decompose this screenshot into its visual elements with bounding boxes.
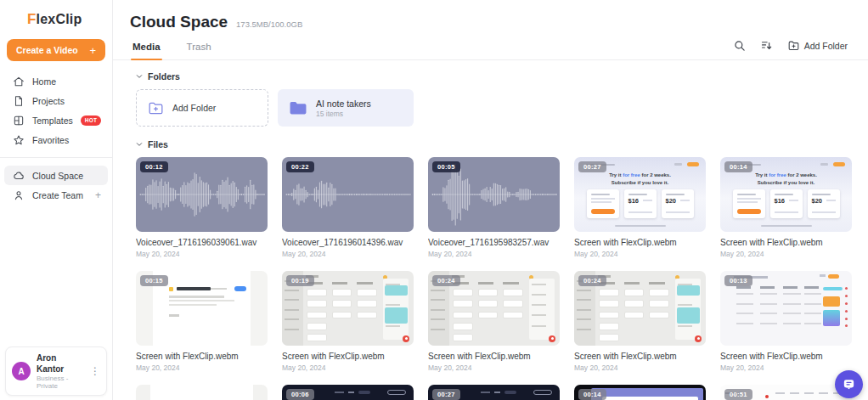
file-duration-badge: 00:27 xyxy=(578,161,606,172)
file-name: Screen with FlexClip.webm xyxy=(574,352,706,361)
file-card[interactable]: 00:51 xyxy=(720,385,852,400)
sidebar-workspace-nav: Cloud Space Create Team + xyxy=(0,166,112,205)
file-date: May 20, 2024 xyxy=(720,363,852,372)
storage-usage: 173.5MB/100.0GB xyxy=(236,20,302,29)
folder-plus-icon xyxy=(148,101,164,115)
file-card[interactable] xyxy=(136,385,268,400)
folder-texts: AI note takers 15 items xyxy=(316,98,371,118)
file-card[interactable]: 00:27 BasicProEnterprise xyxy=(428,385,560,400)
tab-trash[interactable]: Trash xyxy=(185,35,213,59)
file-thumbnail: 00:15 xyxy=(136,271,268,346)
add-folder-icon xyxy=(787,39,800,52)
sidebar-item-favorites[interactable]: Favorites xyxy=(4,130,108,149)
create-video-label: Create a Video xyxy=(16,45,78,55)
sidebar-item-cloud-space[interactable]: Cloud Space xyxy=(4,166,108,185)
flexclip-logo[interactable]: FlexClip xyxy=(0,0,112,37)
add-folder-card-label: Add Folder xyxy=(172,103,216,113)
toolbar-actions: Add Folder xyxy=(733,39,848,59)
file-duration-badge: 00:24 xyxy=(578,275,606,286)
file-thumbnail: 00:14 Try it for free for 2 weeks.Subscr… xyxy=(720,157,852,232)
file-duration-badge: 00:05 xyxy=(432,161,460,172)
file-thumbnail: 00:06 BasicProEnterprise xyxy=(282,385,414,400)
logo-rest: lexClip xyxy=(37,12,82,26)
search-icon[interactable] xyxy=(733,39,746,52)
file-duration-badge: 00:14 xyxy=(578,389,606,400)
hot-badge: HOT xyxy=(81,115,101,126)
folders-section-toggle[interactable]: Folders xyxy=(136,71,852,82)
file-thumbnail: 00:12 xyxy=(136,157,268,232)
flexclip-app: FlexClip Create a Video + Home Projects … xyxy=(0,0,868,400)
user-menu-icon[interactable]: ⋮ xyxy=(90,365,100,377)
file-card[interactable]: 00:24 Screen with FlexClip.webm May 20, … xyxy=(574,271,706,372)
page-header: Cloud Space 173.5MB/100.0GB xyxy=(113,0,868,31)
main-content: Cloud Space 173.5MB/100.0GB Media Trash … xyxy=(113,0,868,400)
folder-card-ai-note-takers[interactable]: AI note takers 15 items xyxy=(278,89,414,127)
user-plan: Business - Private xyxy=(37,375,84,390)
file-thumbnail: 00:51 xyxy=(720,385,852,400)
file-duration-badge: 00:51 xyxy=(724,389,752,400)
tab-bar: Media Trash Add Folder xyxy=(113,35,868,60)
file-name: Screen with FlexClip.webm xyxy=(720,352,852,361)
sidebar-nav: Home Projects Templates HOT Favorites xyxy=(0,71,112,149)
files-section-label: Files xyxy=(148,139,168,149)
file-duration-badge: 00:19 xyxy=(286,275,314,286)
sort-icon[interactable] xyxy=(760,39,773,52)
user-profile-card[interactable]: A Aron Kantor Business - Private ⋮ xyxy=(5,346,107,396)
file-card[interactable]: 00:27 Try it for free for 2 weeks.Subscr… xyxy=(574,157,706,258)
file-card[interactable]: 00:22 Voiceover_1716196014396.wav May 20… xyxy=(282,157,414,258)
file-date: May 20, 2024 xyxy=(428,363,560,372)
sidebar: FlexClip Create a Video + Home Projects … xyxy=(0,0,113,400)
file-card[interactable]: 00:15 Screen with FlexClip.webm May 20, … xyxy=(136,271,268,372)
add-team-icon[interactable]: + xyxy=(95,189,101,201)
file-name: Screen with FlexClip.webm xyxy=(574,238,706,247)
folder-name: AI note takers xyxy=(316,98,371,110)
file-card[interactable]: 00:06 BasicProEnterprise xyxy=(282,385,414,400)
file-thumbnail: 00:05 xyxy=(428,157,560,232)
add-folder-label: Add Folder xyxy=(804,41,848,51)
plus-icon: + xyxy=(89,44,96,57)
file-card[interactable]: 00:05 Voiceover_1716195983257.wav May 20… xyxy=(428,157,560,258)
file-card[interactable]: 00:12 Voiceover_1716196039061.wav May 20… xyxy=(136,157,268,258)
file-thumbnail: 00:13 xyxy=(720,271,852,346)
file-duration-badge: 00:22 xyxy=(286,161,314,172)
document-icon xyxy=(13,95,25,107)
sidebar-item-projects[interactable]: Projects xyxy=(4,91,108,110)
sidebar-item-templates[interactable]: Templates HOT xyxy=(4,110,108,130)
tab-media[interactable]: Media xyxy=(131,35,162,59)
sidebar-divider xyxy=(0,157,112,158)
file-thumbnail: 00:24 xyxy=(574,271,706,346)
file-thumbnail: 00:27 Try it for free for 2 weeks.Subscr… xyxy=(574,157,706,232)
file-card[interactable]: 00:14 August 2023 xyxy=(574,385,706,400)
create-video-button[interactable]: Create a Video + xyxy=(7,39,105,61)
cloud-icon xyxy=(13,170,25,182)
file-card[interactable]: 00:24 Screen with FlexClip.webm May 20, … xyxy=(428,271,560,372)
file-thumbnail: 00:19 xyxy=(282,271,414,346)
file-card[interactable]: 00:14 Try it for free for 2 weeks.Subscr… xyxy=(720,157,852,258)
file-date: May 20, 2024 xyxy=(574,363,706,372)
files-grid: 00:12 Voiceover_1716196039061.wav May 20… xyxy=(136,157,852,400)
sidebar-item-label: Templates xyxy=(32,115,73,126)
file-duration-badge: 00:13 xyxy=(724,275,752,286)
page-title: Cloud Space xyxy=(130,13,228,31)
file-duration-badge: 00:15 xyxy=(140,275,168,286)
avatar: A xyxy=(12,362,31,380)
add-folder-button[interactable]: Add Folder xyxy=(787,39,848,52)
sidebar-item-label: Home xyxy=(32,76,56,87)
file-duration-badge: 00:27 xyxy=(432,389,460,400)
file-duration-badge: 00:24 xyxy=(432,275,460,286)
cloud-space-content: Folders Add Folder AI note takers 15 ite… xyxy=(113,60,868,400)
sidebar-item-home[interactable]: Home xyxy=(4,71,108,91)
files-section-toggle[interactable]: Files xyxy=(136,139,852,149)
file-name: Voiceover_1716195983257.wav xyxy=(428,238,560,247)
file-thumbnail: 00:27 BasicProEnterprise xyxy=(428,385,560,400)
file-thumbnail: 00:24 xyxy=(428,271,560,346)
file-name: Voiceover_1716196039061.wav xyxy=(136,238,268,247)
file-card[interactable]: 00:19 Screen with FlexClip.webm May 20, … xyxy=(282,271,414,372)
file-date: May 20, 2024 xyxy=(428,250,560,258)
sidebar-item-create-team[interactable]: Create Team + xyxy=(4,185,108,205)
chat-launcher-button[interactable] xyxy=(835,370,863,398)
add-folder-card[interactable]: Add Folder xyxy=(136,89,268,127)
file-name: Screen with FlexClip.webm xyxy=(428,352,560,361)
file-card[interactable]: 00:13 Screen with FlexClip.webm May 20, … xyxy=(720,271,852,372)
templates-icon xyxy=(13,115,25,127)
